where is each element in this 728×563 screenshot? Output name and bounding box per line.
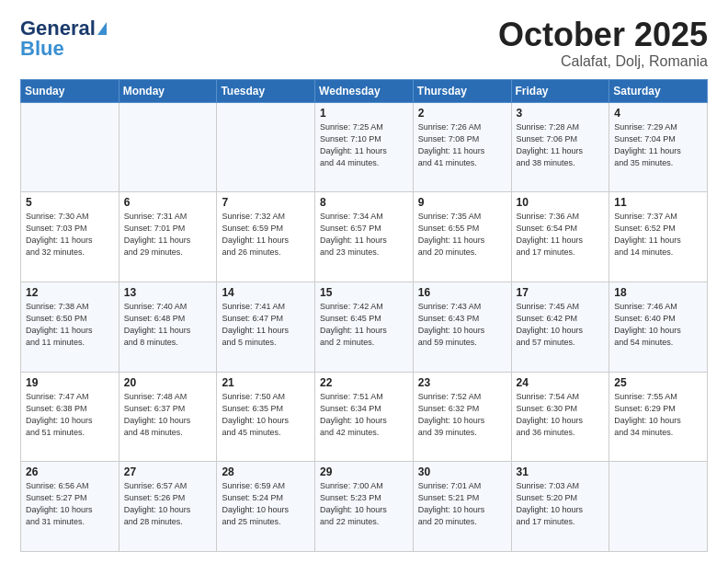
th-tuesday: Tuesday [217, 79, 315, 102]
day-info: Sunrise: 7:37 AM Sunset: 6:52 PM Dayligh… [614, 211, 702, 259]
day-number: 31 [517, 465, 605, 478]
th-friday: Friday [511, 79, 609, 102]
day-number: 23 [418, 376, 506, 389]
day-info: Sunrise: 7:36 AM Sunset: 6:54 PM Dayligh… [517, 211, 605, 259]
day-info: Sunrise: 7:32 AM Sunset: 6:59 PM Dayligh… [222, 211, 310, 259]
calendar-cell: 13Sunrise: 7:40 AM Sunset: 6:48 PM Dayli… [119, 282, 217, 372]
day-info: Sunrise: 7:25 AM Sunset: 7:10 PM Dayligh… [320, 121, 408, 169]
calendar-cell: 23Sunrise: 7:52 AM Sunset: 6:32 PM Dayli… [413, 372, 511, 462]
calendar-cell: 31Sunrise: 7:03 AM Sunset: 5:20 PM Dayli… [511, 462, 609, 552]
day-info: Sunrise: 6:56 AM Sunset: 5:27 PM Dayligh… [26, 480, 114, 528]
calendar-cell: 8Sunrise: 7:34 AM Sunset: 6:57 PM Daylig… [315, 192, 414, 282]
day-number: 8 [320, 196, 408, 209]
calendar-cell [119, 102, 217, 192]
logo-triangle-icon [97, 22, 107, 35]
calendar-cell: 25Sunrise: 7:55 AM Sunset: 6:29 PM Dayli… [609, 372, 708, 462]
calendar-week-row: 19Sunrise: 7:47 AM Sunset: 6:38 PM Dayli… [21, 372, 708, 462]
day-number: 1 [320, 107, 408, 120]
calendar-week-row: 5Sunrise: 7:30 AM Sunset: 7:03 PM Daylig… [21, 192, 708, 282]
calendar-cell: 10Sunrise: 7:36 AM Sunset: 6:54 PM Dayli… [511, 192, 609, 282]
calendar-cell: 14Sunrise: 7:41 AM Sunset: 6:47 PM Dayli… [217, 282, 315, 372]
day-number: 13 [124, 286, 212, 299]
weekday-header-row: Sunday Monday Tuesday Wednesday Thursday… [21, 79, 708, 102]
calendar-cell [21, 102, 119, 192]
day-number: 10 [517, 196, 605, 209]
calendar-cell: 22Sunrise: 7:51 AM Sunset: 6:34 PM Dayli… [315, 372, 414, 462]
day-info: Sunrise: 7:28 AM Sunset: 7:06 PM Dayligh… [517, 121, 605, 169]
calendar-cell [217, 102, 315, 192]
day-number: 18 [614, 286, 702, 299]
th-thursday: Thursday [413, 79, 511, 102]
day-number: 22 [320, 376, 408, 389]
day-info: Sunrise: 7:50 AM Sunset: 6:35 PM Dayligh… [222, 391, 310, 439]
calendar-cell: 18Sunrise: 7:46 AM Sunset: 6:40 PM Dayli… [609, 282, 708, 372]
day-number: 11 [614, 196, 702, 209]
calendar-cell: 5Sunrise: 7:30 AM Sunset: 7:03 PM Daylig… [21, 192, 119, 282]
calendar-cell: 1Sunrise: 7:25 AM Sunset: 7:10 PM Daylig… [315, 102, 414, 192]
day-info: Sunrise: 7:51 AM Sunset: 6:34 PM Dayligh… [320, 391, 408, 439]
calendar-cell: 3Sunrise: 7:28 AM Sunset: 7:06 PM Daylig… [511, 102, 609, 192]
calendar-cell: 26Sunrise: 6:56 AM Sunset: 5:27 PM Dayli… [21, 462, 119, 552]
calendar-table: Sunday Monday Tuesday Wednesday Thursday… [20, 79, 708, 552]
day-info: Sunrise: 7:47 AM Sunset: 6:38 PM Dayligh… [26, 391, 114, 439]
calendar-cell: 17Sunrise: 7:45 AM Sunset: 6:42 PM Dayli… [511, 282, 609, 372]
day-number: 28 [222, 465, 310, 478]
calendar-cell: 2Sunrise: 7:26 AM Sunset: 7:08 PM Daylig… [413, 102, 511, 192]
day-info: Sunrise: 7:31 AM Sunset: 7:01 PM Dayligh… [124, 211, 212, 259]
day-info: Sunrise: 7:29 AM Sunset: 7:04 PM Dayligh… [614, 121, 702, 169]
calendar-subtitle: Calafat, Dolj, Romania [498, 53, 708, 70]
day-number: 16 [418, 286, 506, 299]
day-info: Sunrise: 7:41 AM Sunset: 6:47 PM Dayligh… [222, 301, 310, 349]
th-sunday: Sunday [21, 79, 119, 102]
day-number: 14 [222, 286, 310, 299]
calendar-cell: 7Sunrise: 7:32 AM Sunset: 6:59 PM Daylig… [217, 192, 315, 282]
calendar-week-row: 1Sunrise: 7:25 AM Sunset: 7:10 PM Daylig… [21, 102, 708, 192]
header: General Blue October 2025 Calafat, Dolj,… [20, 17, 708, 70]
calendar-cell: 20Sunrise: 7:48 AM Sunset: 6:37 PM Dayli… [119, 372, 217, 462]
calendar-cell: 9Sunrise: 7:35 AM Sunset: 6:55 PM Daylig… [413, 192, 511, 282]
calendar-cell: 16Sunrise: 7:43 AM Sunset: 6:43 PM Dayli… [413, 282, 511, 372]
calendar-cell: 19Sunrise: 7:47 AM Sunset: 6:38 PM Dayli… [21, 372, 119, 462]
calendar-cell: 12Sunrise: 7:38 AM Sunset: 6:50 PM Dayli… [21, 282, 119, 372]
calendar-cell: 4Sunrise: 7:29 AM Sunset: 7:04 PM Daylig… [609, 102, 708, 192]
th-wednesday: Wednesday [315, 79, 414, 102]
day-info: Sunrise: 7:35 AM Sunset: 6:55 PM Dayligh… [418, 211, 506, 259]
day-info: Sunrise: 7:46 AM Sunset: 6:40 PM Dayligh… [614, 301, 702, 349]
day-number: 2 [418, 107, 506, 120]
calendar-cell: 29Sunrise: 7:00 AM Sunset: 5:23 PM Dayli… [315, 462, 414, 552]
calendar-cell: 30Sunrise: 7:01 AM Sunset: 5:21 PM Dayli… [413, 462, 511, 552]
day-info: Sunrise: 7:34 AM Sunset: 6:57 PM Dayligh… [320, 211, 408, 259]
day-number: 21 [222, 376, 310, 389]
day-info: Sunrise: 7:42 AM Sunset: 6:45 PM Dayligh… [320, 301, 408, 349]
logo: General Blue [20, 17, 107, 61]
logo-blue: Blue [20, 37, 64, 61]
day-number: 24 [517, 376, 605, 389]
day-number: 12 [26, 286, 114, 299]
day-number: 25 [614, 376, 702, 389]
day-number: 30 [418, 465, 506, 478]
day-number: 19 [26, 376, 114, 389]
calendar-cell: 24Sunrise: 7:54 AM Sunset: 6:30 PM Dayli… [511, 372, 609, 462]
day-number: 29 [320, 465, 408, 478]
day-number: 6 [124, 196, 212, 209]
day-number: 3 [517, 107, 605, 120]
th-monday: Monday [119, 79, 217, 102]
page: General Blue October 2025 Calafat, Dolj,… [0, 0, 728, 563]
day-info: Sunrise: 7:48 AM Sunset: 6:37 PM Dayligh… [124, 391, 212, 439]
calendar-cell: 28Sunrise: 6:59 AM Sunset: 5:24 PM Dayli… [217, 462, 315, 552]
calendar-cell: 11Sunrise: 7:37 AM Sunset: 6:52 PM Dayli… [609, 192, 708, 282]
title-block: October 2025 Calafat, Dolj, Romania [498, 17, 708, 70]
day-info: Sunrise: 7:55 AM Sunset: 6:29 PM Dayligh… [614, 391, 702, 439]
calendar-cell: 27Sunrise: 6:57 AM Sunset: 5:26 PM Dayli… [119, 462, 217, 552]
day-number: 17 [517, 286, 605, 299]
day-number: 7 [222, 196, 310, 209]
calendar-cell: 21Sunrise: 7:50 AM Sunset: 6:35 PM Dayli… [217, 372, 315, 462]
day-number: 15 [320, 286, 408, 299]
day-number: 9 [418, 196, 506, 209]
day-info: Sunrise: 7:54 AM Sunset: 6:30 PM Dayligh… [517, 391, 605, 439]
th-saturday: Saturday [609, 79, 708, 102]
day-info: Sunrise: 7:43 AM Sunset: 6:43 PM Dayligh… [418, 301, 506, 349]
calendar-title: October 2025 [498, 17, 708, 53]
day-info: Sunrise: 6:59 AM Sunset: 5:24 PM Dayligh… [222, 480, 310, 528]
day-info: Sunrise: 7:45 AM Sunset: 6:42 PM Dayligh… [517, 301, 605, 349]
